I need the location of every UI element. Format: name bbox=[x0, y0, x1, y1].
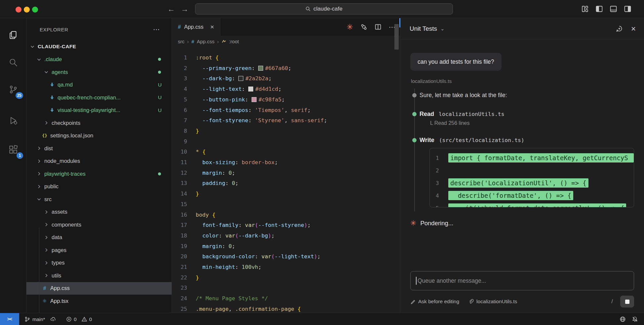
notifications-muted-icon[interactable] bbox=[632, 316, 638, 322]
breadcrumb[interactable]: src › # App.css › :root bbox=[172, 36, 400, 47]
explorer-icon[interactable] bbox=[5, 27, 21, 43]
tree-item-visual-testing-playwright-[interactable]: visual-testing-playwright...U bbox=[26, 104, 172, 117]
tree-item-app-css[interactable]: #App.css bbox=[26, 282, 172, 295]
stop-button[interactable] bbox=[620, 296, 634, 307]
tree-item-settings-local-json[interactable]: {}settings.local.json bbox=[26, 129, 172, 142]
chevron-down-icon[interactable]: ⌄ bbox=[440, 26, 445, 32]
breadcrumb-src[interactable]: src bbox=[178, 39, 184, 44]
tree-item-utils[interactable]: utils bbox=[26, 269, 172, 282]
tree-item-pages[interactable]: pages bbox=[26, 244, 172, 257]
forward-icon[interactable]: → bbox=[181, 5, 188, 14]
diff-line: 1import { formatDate, translateKey, getC… bbox=[430, 152, 634, 164]
customize-layout-icon[interactable] bbox=[581, 5, 589, 13]
explorer-more-icon[interactable]: ⋯ bbox=[153, 25, 160, 33]
window-controls[interactable] bbox=[16, 7, 38, 13]
tree-item-src[interactable]: src bbox=[26, 193, 172, 206]
chevron-down-icon bbox=[36, 57, 42, 62]
diff-line: 2 bbox=[430, 164, 634, 177]
tree-item-dist[interactable]: dist bbox=[26, 142, 172, 155]
bullet-icon bbox=[412, 93, 417, 97]
panel-title[interactable]: Unit Tests bbox=[410, 25, 437, 32]
code-line: 9 bbox=[172, 136, 400, 147]
tree-item-agents[interactable]: agents bbox=[26, 66, 172, 79]
write-tool-event[interactable]: Write (src/test/localization.ts) bbox=[410, 137, 634, 144]
tree-item-playwright-traces[interactable]: playwright-traces bbox=[26, 167, 172, 180]
command-center-search[interactable]: claude-cafe bbox=[195, 3, 453, 15]
react-file-icon: ⚛ bbox=[42, 298, 48, 304]
tree-item-types[interactable]: types bbox=[26, 257, 172, 270]
code-editor[interactable]: 1:root {2 --primary-green: #667a60;3 --d… bbox=[172, 47, 400, 313]
diff-line: 3describe('LocalizationUtil', () => { bbox=[430, 177, 634, 189]
globe-icon[interactable] bbox=[620, 316, 626, 322]
code-line: 10* { bbox=[172, 147, 400, 157]
diff-line: 5 it('should format date correctly', () … bbox=[430, 202, 634, 207]
tab-app-css[interactable]: # App.css ✕ bbox=[172, 18, 221, 36]
tree-item-assets[interactable]: assets bbox=[26, 206, 172, 219]
git-changes-dot bbox=[158, 71, 161, 74]
stop-icon bbox=[625, 300, 629, 304]
breadcrumb-symbol[interactable]: :root bbox=[229, 39, 239, 44]
code-line: 19 margin: 0; bbox=[172, 241, 400, 252]
tree-item-data[interactable]: data bbox=[26, 231, 172, 244]
toggle-secondary-sidebar-icon[interactable] bbox=[624, 5, 631, 13]
read-tool-event[interactable]: Read localizationUtils.ts bbox=[410, 111, 634, 118]
toggle-panel-icon[interactable] bbox=[610, 5, 617, 13]
diff-preview[interactable]: 1import { formatDate, translateKey, getC… bbox=[429, 148, 634, 207]
assistant-text-event: Sure, let me take a look at the file: bbox=[410, 92, 634, 99]
tree-item-node-modules[interactable]: node_modules bbox=[26, 155, 172, 168]
status-bar: >< main* 0 0 bbox=[0, 313, 644, 325]
paperclip-icon bbox=[468, 299, 474, 304]
error-icon bbox=[66, 316, 72, 322]
close-tab-icon[interactable]: ✕ bbox=[210, 24, 215, 30]
tree-item-app-tsx[interactable]: ⚛App.tsx bbox=[26, 295, 172, 307]
git-branch-item[interactable]: main* bbox=[24, 316, 56, 322]
bullet-icon bbox=[412, 112, 417, 116]
context-file-label: localizationUtils.ts bbox=[410, 78, 634, 84]
minimize-window-button[interactable] bbox=[24, 7, 30, 13]
file-tree: CLAUDE-CAFE .claudeagentsqa.mdUquebec-fr… bbox=[26, 40, 172, 307]
back-icon[interactable]: ← bbox=[167, 5, 175, 14]
permission-mode-button[interactable]: Ask before editing bbox=[410, 299, 459, 305]
breadcrumb-file[interactable]: App.css bbox=[197, 39, 214, 44]
css-file-icon: # bbox=[178, 24, 181, 30]
tree-root[interactable]: CLAUDE-CAFE bbox=[26, 40, 172, 53]
remote-indicator[interactable]: >< bbox=[0, 313, 19, 325]
chevron-down-icon bbox=[36, 197, 42, 202]
compare-changes-icon[interactable] bbox=[360, 23, 367, 30]
toggle-primary-sidebar-icon[interactable] bbox=[595, 5, 603, 13]
tree-item-qa-md[interactable]: qa.mdU bbox=[26, 79, 172, 91]
claude-action-icon[interactable]: ✳ bbox=[346, 22, 353, 32]
problems-item[interactable]: 0 0 bbox=[66, 316, 92, 322]
publish-changes-icon[interactable] bbox=[50, 316, 56, 322]
warning-icon bbox=[81, 316, 87, 322]
run-debug-icon[interactable] bbox=[5, 113, 21, 128]
extensions-icon[interactable]: 1 bbox=[5, 142, 21, 158]
split-editor-icon[interactable] bbox=[375, 23, 382, 30]
tree-item-checkpoints[interactable]: checkpoints bbox=[26, 117, 172, 129]
code-line: 25.menu-page, .confirmation-page { bbox=[172, 304, 400, 313]
text-cursor bbox=[416, 277, 417, 285]
chevron-right-icon bbox=[44, 209, 50, 215]
code-line: 21 min-height: 100vh; bbox=[172, 262, 400, 272]
zoom-window-button[interactable] bbox=[32, 7, 38, 13]
code-line: 8} bbox=[172, 126, 400, 136]
search-view-icon[interactable] bbox=[5, 54, 21, 70]
event-timeline bbox=[414, 89, 415, 211]
new-chat-icon[interactable] bbox=[616, 25, 623, 32]
close-window-button[interactable] bbox=[16, 7, 21, 13]
source-control-icon[interactable]: 25 bbox=[5, 82, 21, 97]
editor-scrollbar[interactable] bbox=[394, 24, 399, 50]
slash-command-hint[interactable]: / bbox=[611, 298, 613, 305]
close-panel-icon[interactable]: ✕ bbox=[631, 25, 636, 33]
message-input[interactable]: Queue another message... bbox=[410, 271, 634, 290]
tree-item-public[interactable]: public bbox=[26, 180, 172, 193]
code-line: 14} bbox=[172, 189, 400, 199]
attached-file-chip[interactable]: localizationUtils.ts bbox=[468, 299, 517, 305]
bullet-icon bbox=[412, 138, 417, 142]
code-line: 1:root { bbox=[172, 53, 400, 63]
color-swatch bbox=[248, 87, 253, 91]
tree-item--claude[interactable]: .claude bbox=[26, 53, 172, 66]
chevron-right-icon bbox=[44, 222, 50, 227]
tree-item-quebec-french-complian-[interactable]: quebec-french-complian...U bbox=[26, 91, 172, 104]
tree-item-components[interactable]: components bbox=[26, 218, 172, 231]
